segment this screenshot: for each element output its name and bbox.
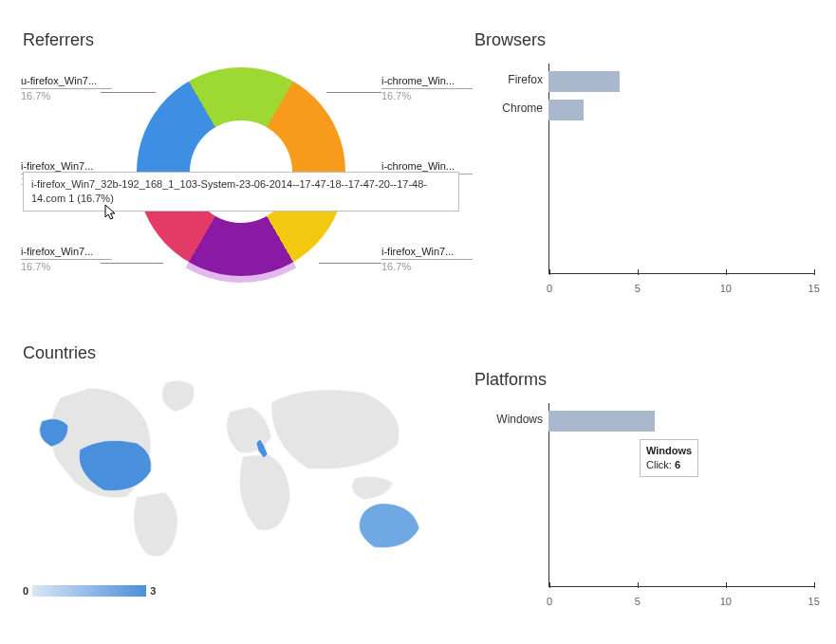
map-legend-min: 0 bbox=[23, 585, 28, 597]
donut-label-text: i-firefox_Win7... bbox=[21, 246, 93, 257]
axis-tick: 5 bbox=[635, 283, 641, 294]
referrers-tooltip: i-firefox_Win7_32b-192_168_1_103-System-… bbox=[23, 172, 459, 212]
donut-label-text: i-firefox_Win7... bbox=[21, 160, 93, 172]
countries-world-map[interactable]: 0 3 bbox=[23, 369, 459, 597]
axis-tick: 0 bbox=[547, 283, 552, 294]
axis-tick: 0 bbox=[547, 596, 552, 607]
bar-row: Chrome bbox=[548, 100, 584, 120]
browsers-title: Browsers bbox=[474, 30, 818, 50]
leader-line bbox=[319, 263, 381, 264]
bar-row: Windows bbox=[548, 411, 655, 432]
countries-panel: Countries bbox=[23, 343, 459, 637]
donut-label-text: i-chrome_Win... bbox=[381, 160, 455, 172]
referrers-tooltip-text: i-firefox_Win7_32b-192_168_1_103-System-… bbox=[31, 178, 427, 204]
bar[interactable] bbox=[548, 100, 584, 120]
countries-title: Countries bbox=[23, 343, 459, 363]
analytics-dashboard: Referrers i-chrome_Win... 16.7 bbox=[0, 0, 836, 644]
platforms-tooltip-value: Click: 6 bbox=[646, 459, 680, 470]
donut-label-text: i-firefox_Win7... bbox=[381, 246, 454, 257]
referrers-title: Referrers bbox=[23, 30, 459, 50]
bar[interactable] bbox=[548, 411, 655, 432]
bar[interactable] bbox=[548, 71, 620, 92]
platforms-tooltip-title: Windows bbox=[646, 445, 692, 456]
donut-label-text: i-chrome_Win... bbox=[381, 75, 455, 86]
platforms-bar-chart[interactable]: 0 5 10 15 Windows Windows Click: 6 bbox=[474, 396, 818, 616]
donut-label-pct: 16.7% bbox=[381, 90, 411, 101]
axis-tick: 15 bbox=[808, 596, 820, 607]
bar-category-label: Windows bbox=[478, 413, 543, 426]
browsers-panel: Browsers 0 5 10 15 Firefox Chrome bbox=[474, 30, 818, 315]
cursor-icon bbox=[104, 204, 118, 221]
referrers-panel: Referrers i-chrome_Win... 16.7 bbox=[23, 30, 459, 315]
bar-category-label: Chrome bbox=[478, 101, 543, 115]
axis-tick: 5 bbox=[635, 596, 641, 607]
donut-label: i-firefox_Win7... 16.7% bbox=[21, 246, 112, 273]
axis-tick: 10 bbox=[720, 283, 732, 294]
map-legend-max: 3 bbox=[150, 585, 156, 597]
donut-label-pct: 16.7% bbox=[21, 261, 50, 272]
donut-label-pct: 16.7% bbox=[381, 261, 411, 272]
bar-category-label: Firefox bbox=[478, 73, 543, 86]
platforms-panel: Platforms 0 5 10 15 Windows Windows Clic… bbox=[474, 370, 818, 635]
leader-line bbox=[326, 92, 381, 93]
platforms-tooltip: Windows Click: 6 bbox=[640, 439, 698, 477]
platforms-title: Platforms bbox=[474, 370, 818, 390]
bar-row: Firefox bbox=[548, 71, 620, 92]
donut-label: i-firefox_Win7... 16.7% bbox=[381, 246, 473, 273]
map-legend: 0 3 bbox=[23, 585, 156, 597]
axis-tick: 10 bbox=[720, 596, 732, 607]
donut-label-text: u-firefox_Win7... bbox=[21, 75, 97, 86]
donut-label: i-chrome_Win... 16.7% bbox=[381, 75, 473, 102]
axis-tick: 15 bbox=[808, 283, 820, 294]
world-map-svg bbox=[23, 369, 459, 568]
browsers-bar-chart[interactable]: 0 5 10 15 Firefox Chrome bbox=[474, 56, 818, 303]
donut-label: u-firefox_Win7... 16.7% bbox=[21, 75, 112, 102]
map-legend-gradient bbox=[32, 585, 146, 597]
referrers-donut-chart[interactable]: i-chrome_Win... 16.7% i-chrome_Win... 16… bbox=[23, 56, 459, 322]
browsers-plot-area: 0 5 10 15 bbox=[548, 64, 814, 274]
donut-label-pct: 16.7% bbox=[21, 90, 50, 101]
country-au[interactable] bbox=[359, 504, 419, 548]
